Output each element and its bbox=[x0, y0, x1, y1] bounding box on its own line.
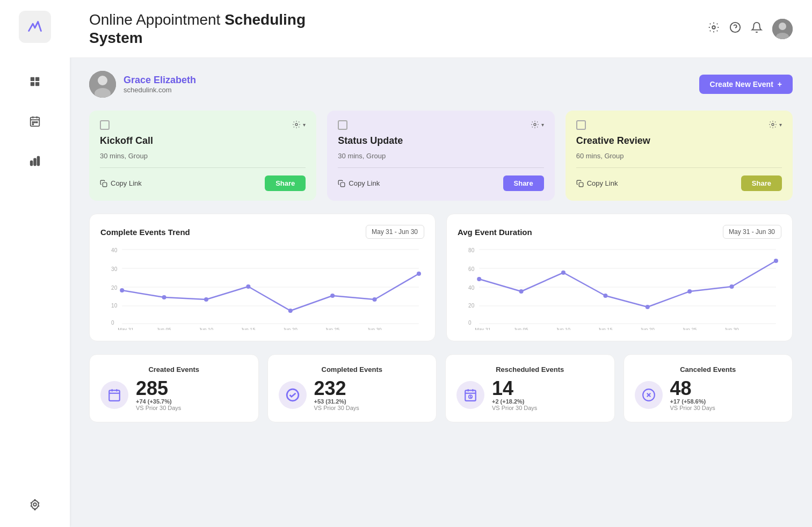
copy-link-creative[interactable]: Copy Link bbox=[576, 179, 618, 187]
svg-text:80: 80 bbox=[468, 247, 475, 253]
sidebar bbox=[0, 0, 70, 527]
sidebar-item-dashboard[interactable] bbox=[23, 70, 47, 93]
svg-text:Jun 10: Jun 10 bbox=[556, 327, 570, 330]
stat-label-canceled: VS Prior 30 Days bbox=[670, 405, 715, 411]
trend-chart-title: Complete Events Trend bbox=[100, 228, 190, 237]
trend-chart-header: Complete Events Trend May 31 - Jun 30 bbox=[100, 225, 424, 239]
svg-text:20: 20 bbox=[111, 285, 118, 291]
card-actions-kickoff: Copy Link Share bbox=[100, 175, 306, 191]
duration-chart-title: Avg Event Duration bbox=[458, 228, 532, 237]
stat-icon-created bbox=[100, 381, 128, 409]
stat-value-rescheduled: 14 bbox=[492, 379, 537, 398]
svg-text:Jun 25: Jun 25 bbox=[325, 327, 339, 330]
svg-text:Jun 30: Jun 30 bbox=[367, 327, 381, 330]
card-checkbox-creative[interactable] bbox=[576, 120, 586, 130]
user-avatar-header[interactable] bbox=[772, 19, 793, 39]
duration-chart-header: Avg Event Duration May 31 - Jun 30 bbox=[458, 225, 781, 239]
stat-body-created: 285 +74 (+35.7%) VS Prior 30 Days bbox=[100, 379, 248, 411]
svg-rect-1 bbox=[31, 77, 34, 81]
svg-point-70 bbox=[603, 294, 607, 298]
stat-label-completed: VS Prior 30 Days bbox=[314, 405, 359, 411]
event-card-kickoff: ▾ Kickoff Call 30 mins, Group Copy Link … bbox=[89, 111, 316, 201]
stat-change-canceled: +17 (+58.6%) bbox=[670, 398, 715, 405]
stat-card-completed: Completed Events 232 +53 (31.2%) VS Prio… bbox=[267, 354, 437, 422]
stat-body-completed: 232 +53 (31.2%) VS Prior 30 Days bbox=[279, 379, 426, 411]
sidebar-item-settings[interactable] bbox=[23, 493, 47, 516]
notification-icon[interactable] bbox=[751, 21, 763, 36]
share-btn-status[interactable]: Share bbox=[503, 175, 544, 191]
user-link: schedulink.com bbox=[124, 86, 196, 94]
card-gear-creative[interactable]: ▾ bbox=[769, 120, 782, 129]
svg-rect-3 bbox=[31, 82, 34, 86]
svg-text:Jun 15: Jun 15 bbox=[241, 327, 255, 330]
svg-text:0: 0 bbox=[468, 320, 472, 326]
copy-link-kickoff[interactable]: Copy Link bbox=[100, 179, 142, 187]
duration-date-select[interactable]: May 31 - Jun 30 bbox=[723, 225, 781, 239]
stat-value-completed: 232 bbox=[314, 379, 359, 398]
charts-row: Complete Events Trend May 31 - Jun 30 40… bbox=[89, 214, 793, 341]
svg-rect-10 bbox=[34, 122, 35, 123]
sidebar-nav bbox=[23, 70, 47, 516]
stat-card-created: Created Events 285 +74 (+35.7%) VS P bbox=[89, 354, 259, 422]
stat-title-rescheduled: Rescheduled Events bbox=[456, 365, 604, 374]
share-btn-kickoff[interactable]: Share bbox=[265, 175, 306, 191]
stat-body-rescheduled: 14 +2 (+18.2%) VS Prior 30 Days bbox=[456, 379, 604, 411]
card-top-creative: ▾ bbox=[576, 120, 782, 130]
svg-text:Jun 05: Jun 05 bbox=[157, 327, 171, 330]
stat-numbers-completed: 232 +53 (31.2%) VS Prior 30 Days bbox=[314, 379, 359, 411]
svg-rect-29 bbox=[341, 182, 345, 187]
svg-text:40: 40 bbox=[111, 247, 118, 253]
svg-text:Jun 15: Jun 15 bbox=[598, 327, 612, 330]
stat-numbers-canceled: 48 +17 (+58.6%) VS Prior 30 Days bbox=[670, 379, 715, 411]
svg-point-42 bbox=[120, 288, 124, 292]
card-title-kickoff: Kickoff Call bbox=[100, 135, 306, 147]
svg-rect-11 bbox=[32, 124, 33, 125]
svg-text:60: 60 bbox=[468, 266, 475, 272]
stat-icon-rescheduled bbox=[456, 381, 484, 409]
header-actions bbox=[708, 19, 793, 39]
trend-date-select[interactable]: May 31 - Jun 30 bbox=[366, 225, 424, 239]
share-btn-creative[interactable]: Share bbox=[741, 175, 782, 191]
svg-rect-9 bbox=[32, 122, 33, 123]
copy-link-status[interactable]: Copy Link bbox=[338, 179, 380, 187]
svg-point-69 bbox=[561, 270, 566, 275]
duration-chart-area: 80 60 40 20 0 bbox=[458, 244, 781, 330]
card-gear-status[interactable]: ▾ bbox=[531, 120, 544, 129]
content-area: Grace Elizabeth schedulink.com Create Ne… bbox=[70, 58, 812, 435]
settings-icon[interactable] bbox=[708, 21, 720, 36]
stat-title-completed: Completed Events bbox=[279, 365, 426, 374]
svg-point-30 bbox=[772, 123, 774, 126]
stat-value-canceled: 48 bbox=[670, 379, 715, 398]
card-checkbox-kickoff[interactable] bbox=[100, 120, 110, 130]
card-top-status: ▾ bbox=[338, 120, 543, 130]
stat-change-completed: +53 (31.2%) bbox=[314, 398, 359, 405]
logo[interactable] bbox=[19, 11, 51, 43]
svg-rect-31 bbox=[579, 182, 583, 187]
stat-title-canceled: Canceled Events bbox=[635, 365, 782, 374]
stat-value-created: 285 bbox=[136, 379, 181, 398]
svg-point-67 bbox=[477, 277, 481, 281]
create-event-button[interactable]: Create New Event + bbox=[699, 75, 793, 94]
sidebar-item-analytics[interactable] bbox=[23, 149, 47, 173]
svg-point-17 bbox=[712, 26, 715, 29]
sidebar-item-calendar[interactable] bbox=[23, 109, 47, 133]
svg-point-28 bbox=[534, 123, 536, 126]
card-subtitle-kickoff: 30 mins, Group bbox=[100, 152, 306, 160]
svg-rect-13 bbox=[31, 161, 33, 165]
svg-rect-4 bbox=[35, 82, 39, 86]
card-title-status: Status Update bbox=[338, 135, 543, 147]
stats-row: Created Events 285 +74 (+35.7%) VS P bbox=[89, 354, 793, 422]
page-title: Online Appointment Scheduling System bbox=[89, 11, 306, 47]
card-gear-kickoff[interactable]: ▾ bbox=[292, 120, 306, 129]
stat-label-rescheduled: VS Prior 30 Days bbox=[492, 405, 537, 411]
stat-numbers-rescheduled: 14 +2 (+18.2%) VS Prior 30 Days bbox=[492, 379, 537, 411]
svg-point-72 bbox=[687, 289, 692, 294]
help-icon[interactable] bbox=[729, 21, 741, 36]
card-subtitle-creative: 60 mins, Group bbox=[576, 152, 782, 160]
svg-rect-2 bbox=[35, 77, 39, 81]
svg-point-44 bbox=[204, 297, 208, 302]
svg-point-48 bbox=[373, 297, 377, 302]
trend-chart-card: Complete Events Trend May 31 - Jun 30 40… bbox=[89, 214, 436, 341]
svg-point-43 bbox=[162, 295, 166, 299]
card-checkbox-status[interactable] bbox=[338, 120, 347, 130]
